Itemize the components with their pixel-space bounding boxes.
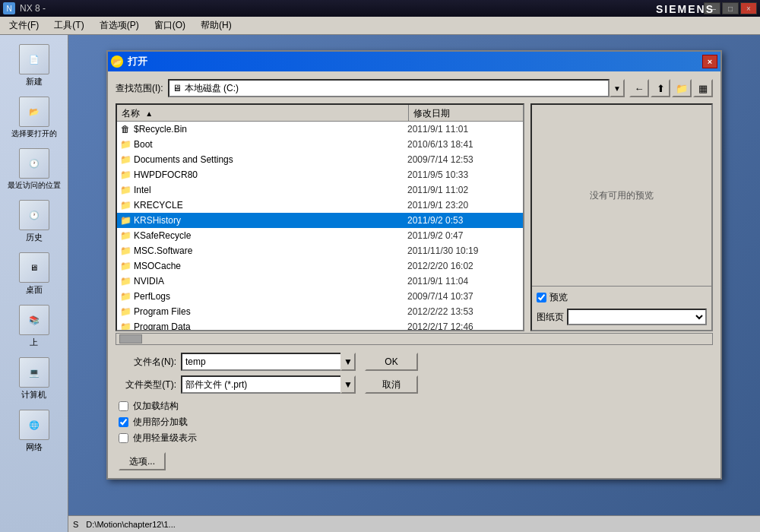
blueprint-select[interactable] xyxy=(567,309,707,325)
dialog-title-bar: 📂 打开 × xyxy=(108,52,720,71)
file-date: 2012/2/22 13:53 xyxy=(407,306,521,317)
load-structure-checkbox[interactable] xyxy=(119,401,128,411)
preview-checkbox-row: 预览 xyxy=(537,291,707,304)
options-button[interactable]: 选项... xyxy=(119,452,166,470)
file-icon: 📁 xyxy=(119,229,132,242)
dialog-close-button[interactable]: × xyxy=(702,55,717,68)
load-structure-label[interactable]: 仅加载结构 xyxy=(133,400,179,413)
view-button[interactable]: ▦ xyxy=(693,79,713,97)
file-row[interactable]: 📁MSC.Software2011/11/30 10:19 xyxy=(117,243,523,258)
filename-input[interactable] xyxy=(181,353,340,371)
app-icon: N xyxy=(3,2,15,14)
file-list[interactable]: 🗑$Recycle.Bin2011/9/1 11:01📁Boot2010/6/1… xyxy=(117,122,523,330)
file-name: NVIDIA xyxy=(132,276,407,287)
cancel-button[interactable]: 取消 xyxy=(365,375,418,394)
path-combo-icon: 🖥 xyxy=(173,83,182,93)
dialog-icon: 📂 xyxy=(111,55,123,68)
partial-load-checkbox[interactable] xyxy=(119,417,128,427)
sidebar-open[interactable]: 📂 选择要打开的 xyxy=(5,93,63,142)
menu-window[interactable]: 窗口(O) xyxy=(148,17,192,33)
filetype-combo: ▼ xyxy=(181,375,356,394)
file-row[interactable]: 📁KRSHistory2011/9/2 0:53 xyxy=(117,213,523,228)
no-preview-text: 没有可用的预览 xyxy=(590,189,654,202)
path-combo[interactable]: 🖥 本地磁盘 (C:) xyxy=(168,79,610,97)
file-row[interactable]: 📁Program Files2012/2/22 13:53 xyxy=(117,304,523,319)
file-date: 2011/9/2 0:53 xyxy=(407,215,521,226)
sidebar-network[interactable]: 🌐 网络 xyxy=(5,407,63,456)
header-name[interactable]: 名称 ▲ xyxy=(117,105,409,121)
file-row[interactable]: 📁KSafeRecycle2011/9/2 0:47 xyxy=(117,228,523,243)
maximize-button[interactable]: □ xyxy=(722,2,739,14)
lightweight-label[interactable]: 使用轻量级表示 xyxy=(133,432,197,445)
file-name: KSafeRecycle xyxy=(132,230,407,241)
new-folder-button[interactable]: 📁 xyxy=(672,79,692,97)
sidebar-recent[interactable]: 🕐 最近访问的位置 xyxy=(5,145,63,194)
siemens-logo: SIEMENS xyxy=(656,3,714,15)
file-icon: 📁 xyxy=(119,168,132,182)
horizontal-scrollbar[interactable] xyxy=(116,333,713,345)
file-row[interactable]: 🗑$Recycle.Bin2011/9/1 11:01 xyxy=(117,122,523,137)
menu-tools[interactable]: 工具(T) xyxy=(48,17,90,33)
file-row[interactable]: 📁MSOCache2012/2/20 16:02 xyxy=(117,258,523,274)
preview-checkbox[interactable] xyxy=(537,293,546,302)
file-name: HWPDFOCR80 xyxy=(132,169,407,180)
file-row[interactable]: 📁Program Data2012/2/17 12:46 xyxy=(117,319,523,330)
file-icon: 📁 xyxy=(119,244,132,258)
lightweight-row: 使用轻量级表示 xyxy=(119,432,710,445)
path-combo-text: 本地磁盘 (C:) xyxy=(185,82,239,95)
load-structure-row: 仅加载结构 xyxy=(119,400,710,413)
file-panel: 名称 ▲ 修改日期 🗑$Recycle.Bin2011/9/1 11:01📁Bo… xyxy=(116,103,524,331)
computer-icon: 💻 xyxy=(19,357,49,388)
sidebar-library-label: 上 xyxy=(30,337,38,347)
back-button[interactable]: ← xyxy=(629,79,649,97)
history-icon: 🕐 xyxy=(19,200,49,230)
file-date: 2009/7/14 10:37 xyxy=(407,291,521,302)
preview-options: 预览 图纸页 xyxy=(532,286,711,330)
sidebar-history[interactable]: 🕐 历史 xyxy=(5,197,63,246)
menu-file[interactable]: 文件(F) xyxy=(3,17,45,33)
filetype-input[interactable] xyxy=(181,375,340,394)
sidebar-computer[interactable]: 💻 计算机 xyxy=(5,354,63,404)
filename-arrow[interactable]: ▼ xyxy=(340,353,356,371)
form-buttons: OK xyxy=(365,353,418,371)
file-row[interactable]: 📁PerfLogs2009/7/14 10:37 xyxy=(117,289,523,304)
file-row[interactable]: 📁Documents and Settings2009/7/14 12:53 xyxy=(117,152,523,167)
menu-help[interactable]: 帮助(H) xyxy=(195,17,238,33)
sidebar-library[interactable]: 📚 上 xyxy=(5,302,63,351)
file-name: Documents and Settings xyxy=(132,154,407,165)
filetype-label: 文件类型(T): xyxy=(116,378,176,391)
file-name: $Recycle.Bin xyxy=(132,124,407,135)
file-row[interactable]: 📁NVIDIA2011/9/1 11:04 xyxy=(117,274,523,289)
header-date[interactable]: 修改日期 xyxy=(409,105,523,121)
ok-button[interactable]: OK xyxy=(365,353,418,371)
open-dialog: 📂 打开 × 查找范围(I): 🖥 本地磁盘 (C:) ▼ xyxy=(106,50,722,480)
file-row[interactable]: 📁HWPDFOCR802011/9/5 10:33 xyxy=(117,167,523,182)
hscroll-thumb[interactable] xyxy=(119,334,142,344)
path-combo-arrow[interactable]: ▼ xyxy=(610,79,625,97)
sidebar-new[interactable]: 📄 新建 xyxy=(5,41,63,90)
file-icon: 🗑 xyxy=(119,122,132,136)
partial-load-label[interactable]: 使用部分加载 xyxy=(133,416,188,429)
sidebar-desktop[interactable]: 🖥 桌面 xyxy=(5,249,63,299)
file-name: MSOCache xyxy=(132,261,407,271)
file-row[interactable]: 📁Intel2011/9/1 11:02 xyxy=(117,182,523,198)
preview-panel: 没有可用的预览 预览 图纸页 xyxy=(530,103,713,331)
up-button[interactable]: ⬆ xyxy=(651,79,670,97)
close-button[interactable]: × xyxy=(740,2,757,14)
filetype-arrow[interactable]: ▼ xyxy=(340,375,356,394)
filetype-row: 文件类型(T): ▼ 取消 xyxy=(116,375,713,394)
lightweight-checkbox[interactable] xyxy=(119,433,128,443)
partial-load-row: 使用部分加载 xyxy=(119,416,710,429)
preview-checkbox-label[interactable]: 预览 xyxy=(549,291,568,304)
file-date: 2012/2/17 12:46 xyxy=(407,321,521,330)
file-name: Boot xyxy=(132,139,407,150)
sidebar-new-label: 新建 xyxy=(26,77,43,86)
file-row[interactable]: 📁KRECYCLE2011/9/1 23:20 xyxy=(117,198,523,213)
file-row[interactable]: 📁Boot2010/6/13 18:41 xyxy=(117,137,523,152)
form-buttons-2: 取消 xyxy=(365,375,418,394)
status-bar: S D:\Motion\chapter12\1... xyxy=(68,515,760,532)
status-text-1: S xyxy=(73,520,78,529)
file-date: 2011/9/1 11:01 xyxy=(407,124,521,135)
sidebar-history-label: 历史 xyxy=(26,233,43,242)
menu-preferences[interactable]: 首选项(P) xyxy=(93,17,145,33)
